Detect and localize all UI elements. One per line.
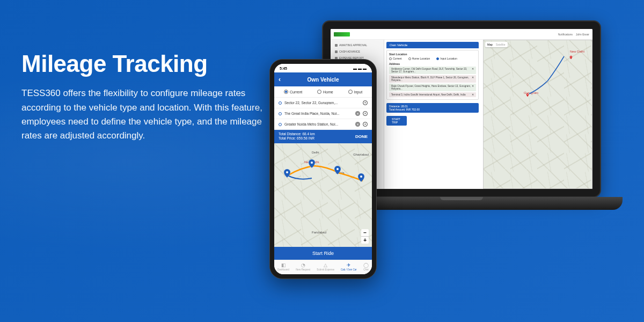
map-zoom-control[interactable]: −+ bbox=[361, 229, 369, 244]
user-menu[interactable]: John Essar bbox=[576, 33, 589, 36]
svg-point-4 bbox=[336, 168, 339, 170]
location-row[interactable]: Sikanderpur Metro Station, Block H, DLF … bbox=[389, 75, 476, 83]
address-label: Address bbox=[389, 62, 476, 65]
waypoint-row[interactable]: The Great India Place, Noida, Noi... ✕ + bbox=[274, 108, 372, 119]
map-label: Delhi bbox=[312, 151, 319, 154]
battery-icon: ▬ bbox=[363, 67, 367, 70]
waypoint-dot-icon bbox=[279, 112, 282, 115]
trip-totals: Distance: 28.01 Total Amount: INR 702.00 bbox=[386, 103, 479, 113]
phone-header-title: Own Vehicle bbox=[308, 77, 339, 83]
location-row[interactable]: Terminal 3, Indira Gandhi International … bbox=[389, 92, 476, 97]
add-icon[interactable]: + bbox=[363, 111, 368, 116]
svg-point-5 bbox=[360, 175, 362, 178]
sidebar-item-awaiting[interactable]: AWAITING APPROVAL bbox=[333, 42, 382, 48]
radio-input[interactable]: Input Location bbox=[436, 57, 457, 60]
map-pin-icon bbox=[358, 173, 364, 182]
notifications-link[interactable]: Notifications bbox=[558, 33, 573, 36]
radio-home[interactable]: Home Location bbox=[408, 57, 430, 60]
map-pin-icon bbox=[525, 90, 530, 94]
location-row[interactable]: Rajiv Chowk Flyover, Grand Heights, Hans… bbox=[389, 84, 476, 91]
back-icon[interactable]: ‹ bbox=[279, 76, 281, 83]
bottom-tabs: ◧Dashboard ◔New Request △Submit Expense … bbox=[274, 260, 372, 274]
status-icons: ▬▬▬ bbox=[353, 67, 367, 70]
map-type-toggle[interactable]: Map Satellite bbox=[485, 42, 508, 47]
delete-icon[interactable]: ✕ bbox=[472, 76, 474, 82]
location-row[interactable]: Ambience Corner, Old Delhi Gurgaon Road,… bbox=[389, 67, 476, 74]
start-ride-button[interactable]: Start Ride bbox=[274, 247, 372, 260]
add-icon[interactable]: + bbox=[363, 122, 368, 127]
waypoint-row[interactable]: Sector 22, Sector 22, Gurugram,... + bbox=[274, 98, 372, 108]
map-pin-icon bbox=[284, 169, 290, 178]
phone-header: ‹ Own Vehicle bbox=[274, 72, 372, 86]
tab-request[interactable]: ◔New Request bbox=[296, 262, 310, 271]
radio-current[interactable]: Current bbox=[284, 90, 302, 94]
waypoint-dot-icon bbox=[279, 101, 282, 105]
tab-dashboard[interactable]: ◧Dashboard bbox=[277, 262, 289, 271]
brand-logo[interactable] bbox=[334, 32, 350, 36]
map-pin-icon bbox=[334, 166, 341, 174]
svg-point-2 bbox=[286, 171, 288, 173]
car-icon: ✈ bbox=[346, 262, 352, 268]
radio-current[interactable]: Current bbox=[389, 57, 402, 60]
status-time: 5:45 bbox=[280, 67, 287, 70]
tab-chat[interactable]: ◯Chat bbox=[363, 262, 369, 271]
signal-icon: ▬ bbox=[353, 67, 357, 70]
dashboard-icon: ◧ bbox=[281, 262, 286, 268]
map-label: Faridabad bbox=[312, 231, 326, 234]
delete-icon[interactable]: ✕ bbox=[472, 93, 474, 96]
phone-screen: 5:45 ▬▬▬ ‹ Own Vehicle Current Home Inpu… bbox=[274, 64, 372, 274]
page-title: Mileage Tracking bbox=[21, 51, 263, 77]
map-pin-icon bbox=[309, 159, 315, 168]
waypoint-row[interactable]: Greater Noida Metro Station, Noi... ✕ + bbox=[274, 119, 372, 130]
remove-icon[interactable]: ✕ bbox=[355, 122, 360, 127]
vehicle-card-title: Own Vehicle bbox=[386, 42, 479, 48]
svg-point-0 bbox=[570, 56, 572, 57]
map-tab-map[interactable]: Map bbox=[487, 43, 493, 46]
sidebar-item-cash[interactable]: CASH ADVANCE bbox=[333, 48, 382, 55]
chat-icon: ◯ bbox=[363, 262, 369, 268]
trip-summary-bar: Total Distance: 68.4 km Total Price: 659… bbox=[274, 130, 372, 143]
approval-icon bbox=[335, 44, 338, 47]
svg-point-1 bbox=[527, 94, 528, 95]
remove-icon[interactable]: ✕ bbox=[355, 111, 360, 116]
map-label: Ghaziabad bbox=[353, 153, 369, 156]
radio-input[interactable]: Input bbox=[348, 90, 363, 94]
done-button[interactable]: DONE bbox=[355, 134, 368, 139]
tab-expense[interactable]: △Submit Expense bbox=[317, 262, 334, 271]
cash-icon bbox=[335, 50, 338, 53]
total-price: Total Price: 659.58 INR bbox=[279, 136, 315, 141]
svg-point-3 bbox=[311, 162, 313, 164]
request-icon: ◔ bbox=[301, 262, 306, 268]
hero-content: Mileage Tracking TESS360 offers the flex… bbox=[21, 51, 263, 143]
location-mode-radio: Current Home Input bbox=[274, 86, 372, 98]
wifi-icon: ▬ bbox=[358, 67, 362, 70]
start-trip-button[interactable]: START TRIP bbox=[386, 116, 407, 126]
phone-status-bar: 5:45 ▬▬▬ bbox=[274, 64, 372, 72]
zoom-in-icon[interactable]: + bbox=[361, 237, 369, 244]
delete-icon[interactable]: ✕ bbox=[472, 68, 474, 73]
map-tab-satellite[interactable]: Satellite bbox=[496, 43, 506, 46]
tab-cab[interactable]: ✈Cab / Own Car bbox=[341, 262, 357, 271]
phone-map[interactable]: Delhi New Delhi Noida Ghaziabad Faridaba… bbox=[274, 143, 372, 247]
app-topbar: Notifications John Essar bbox=[331, 29, 592, 40]
phone-mockup: 5:45 ▬▬▬ ‹ Own Vehicle Current Home Inpu… bbox=[269, 59, 377, 279]
map-pin-icon bbox=[569, 52, 573, 56]
expense-icon: △ bbox=[323, 262, 328, 268]
start-location-card: Start Location Current Home Location Inp… bbox=[386, 50, 479, 100]
add-icon[interactable]: + bbox=[363, 100, 368, 105]
radio-home[interactable]: Home bbox=[317, 90, 333, 94]
page-description: TESS360 offers the flexibility to config… bbox=[21, 86, 263, 143]
waypoint-dot-icon bbox=[279, 123, 282, 126]
total-distance: Total Distance: 68.4 km bbox=[279, 132, 315, 136]
route-map[interactable]: Map Satellite New Delhi Gurugram bbox=[483, 40, 592, 189]
delete-icon[interactable]: ✕ bbox=[472, 85, 474, 90]
zoom-out-icon[interactable]: − bbox=[361, 229, 369, 237]
